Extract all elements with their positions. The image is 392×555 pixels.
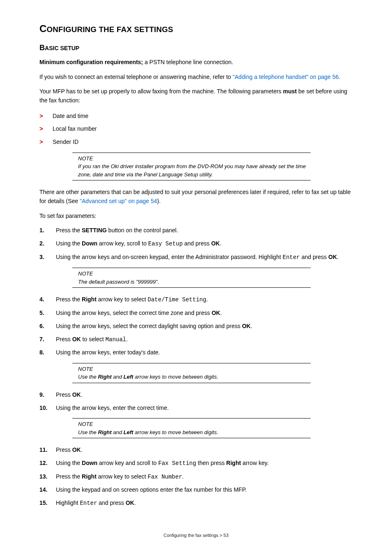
step-number: 7.	[39, 335, 56, 344]
step-number: 14.	[39, 486, 56, 495]
text: .	[126, 336, 128, 342]
list-item: 13. Press the Right arrow key to select …	[39, 472, 353, 482]
note-text: Use the Right and Left arrow keys to mov…	[78, 428, 311, 437]
step-number: 8.	[39, 348, 56, 357]
h1-rest: ONFIGURING THE FAX SETTINGS	[47, 25, 173, 34]
step-number: 4.	[39, 295, 56, 304]
numbered-list: 4. Press the Right arrow key to select D…	[39, 295, 353, 357]
list-item: > Sender ID	[39, 137, 353, 147]
text-mono: Date/Time Setting	[148, 296, 206, 303]
list-item-text: Sender ID	[53, 138, 78, 147]
text-mono: Easy Setup	[148, 240, 183, 247]
step-body: Press OK.	[56, 391, 353, 400]
paragraph: If you wish to connect an external telep…	[39, 73, 353, 82]
numbered-list: 1. Press the SETTING button on the contr…	[39, 226, 353, 262]
step-body: Using the arrow keys, select the correct…	[56, 322, 353, 331]
text: .	[339, 74, 340, 80]
step-body: Press OK to select Manual.	[56, 335, 353, 345]
text: Using the	[56, 460, 82, 466]
h1-capital: C	[39, 23, 47, 34]
note-text: If you ran the Oki driver installer prog…	[78, 162, 311, 178]
text: ).	[157, 198, 161, 204]
text: button on the control panel.	[107, 227, 178, 234]
text: Using the arrow keys, select the correct…	[56, 323, 242, 329]
list-item: 3. Using the arrow keys and on-screen ke…	[39, 253, 353, 262]
text-bold: Down	[82, 240, 97, 247]
step-body: Using the arrow keys, enter today's date…	[56, 348, 353, 357]
list-item: 7. Press OK to select Manual.	[39, 335, 353, 345]
text-mono: Fax Number	[148, 474, 182, 480]
paragraph: There are other parameters that can be a…	[39, 188, 353, 206]
text-bold: Left	[124, 429, 134, 435]
text-bold: Right	[82, 296, 97, 303]
text-mono: Enter	[283, 254, 300, 261]
text: Press	[56, 446, 72, 453]
link-adding-handset[interactable]: "Adding a telephone handset" on page 56	[233, 74, 339, 80]
list-item-text: Local fax number	[53, 125, 97, 134]
text: arrow keys to move between digits.	[133, 374, 218, 380]
step-number: 2.	[39, 239, 56, 248]
note-content: NOTE Use the Right and Left arrow keys t…	[72, 363, 311, 383]
text-bold: Right	[82, 473, 97, 480]
step-body: Using the Down arrow key and scroll to F…	[56, 459, 353, 468]
list-item: 2. Using the Down arrow key, scroll to E…	[39, 239, 353, 249]
text-mono: Manual	[106, 336, 126, 343]
step-number: 3.	[39, 253, 56, 262]
text: Press	[56, 336, 72, 342]
text: and	[112, 429, 124, 435]
text: .	[182, 473, 184, 480]
step-body: Using the keypad and on screen options e…	[56, 486, 353, 495]
bullet-marker-icon: >	[39, 124, 53, 133]
paragraph: Minimum configuration requirements; a PS…	[39, 58, 353, 67]
heading-1: CONFIGURING THE FAX SETTINGS	[39, 23, 353, 35]
note-content: NOTE The default password is "999999".	[72, 268, 311, 287]
text-bold: OK	[126, 500, 134, 506]
step-body: Using the arrow keys and on-screen keypa…	[56, 253, 353, 262]
page-footer: Configuring the fax settings > 53	[39, 533, 353, 538]
list-item: 1. Press the SETTING button on the contr…	[39, 226, 353, 235]
list-item-text: Date and time	[53, 112, 88, 121]
divider	[72, 287, 311, 288]
step-number: 10.	[39, 404, 56, 413]
text: then press	[196, 460, 226, 466]
text: .	[251, 323, 252, 329]
divider	[72, 180, 311, 180]
note-heading: NOTE	[78, 155, 311, 163]
numbered-list: 9. Press OK. 10. Using the arrow keys, e…	[39, 391, 353, 412]
text: arrow keys to move between digits.	[133, 429, 218, 435]
text: Press the	[56, 296, 82, 303]
text: .	[81, 446, 83, 453]
text: Using the arrow keys, select the correct…	[56, 310, 212, 316]
note-block: NOTE Use the Right and Left arrow keys t…	[72, 418, 311, 438]
step-body: Press the SETTING button on the control …	[56, 226, 353, 235]
text-mono: Fax Setting	[158, 460, 196, 467]
step-body: Press the Right arrow key to select Date…	[56, 295, 353, 305]
text: and	[112, 374, 124, 380]
step-body: Using the arrow keys, enter the correct …	[56, 404, 353, 413]
list-item: 12. Using the Down arrow key and scroll …	[39, 459, 353, 468]
list-item: 10. Using the arrow keys, enter the corr…	[39, 404, 353, 413]
list-item: 9. Press OK.	[39, 391, 353, 400]
text-bold: Right	[98, 374, 111, 380]
divider	[72, 438, 311, 438]
text: a PSTN telephone line connection.	[143, 59, 233, 65]
text-bold: OK	[72, 336, 81, 342]
list-item: 6. Using the arrow keys, select the corr…	[39, 322, 353, 331]
text: If you wish to connect an external telep…	[39, 74, 233, 80]
text: Press the	[56, 227, 82, 234]
note-text: Use the Right and Left arrow keys to mov…	[78, 373, 311, 381]
text-bold: SETTING	[82, 227, 107, 234]
text-bold: OK	[72, 446, 81, 453]
note-block: NOTE Use the Right and Left arrow keys t…	[72, 363, 311, 383]
text-bold: OK	[328, 254, 337, 260]
text: and press	[300, 254, 328, 260]
text: and press	[183, 240, 211, 247]
step-number: 6.	[39, 322, 56, 331]
link-advanced-setup[interactable]: "Advanced set up" on page 54	[80, 198, 157, 204]
text: Using the	[56, 240, 82, 247]
text: to select	[81, 336, 106, 342]
text: arrow key, scroll to	[97, 240, 148, 247]
list-item: 4. Press the Right arrow key to select D…	[39, 295, 353, 305]
paragraph: To set fax parameters:	[39, 212, 353, 221]
text-bold: OK	[242, 323, 251, 329]
